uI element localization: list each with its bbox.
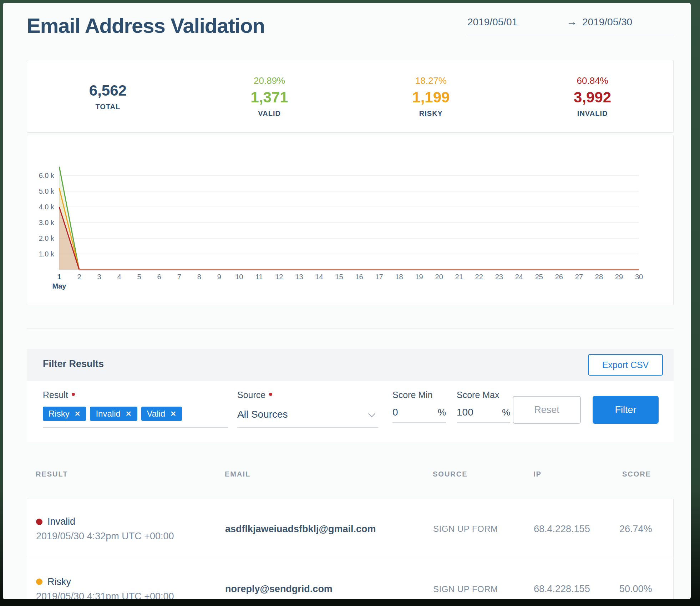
- svg-text:12: 12: [275, 273, 283, 281]
- stat-invalid-percent: 60.84%: [577, 75, 608, 86]
- chip-invalid[interactable]: Invalid ✕: [90, 407, 137, 421]
- svg-text:7: 7: [177, 273, 181, 281]
- reset-button[interactable]: Reset: [513, 396, 581, 424]
- source-dropdown-underline: [237, 427, 378, 428]
- svg-text:13: 13: [295, 273, 303, 281]
- chip-valid-label: Valid: [147, 409, 166, 419]
- svg-text:28: 28: [595, 273, 603, 281]
- chip-risky-remove-icon[interactable]: ✕: [75, 409, 81, 418]
- result-chip-list: Risky ✕ Invalid ✕ Valid ✕: [43, 407, 182, 421]
- row-ip: 68.4.228.155: [534, 584, 619, 595]
- score-min-input[interactable]: [392, 407, 428, 418]
- stat-valid: 20.89% 1,371 VALID: [189, 60, 350, 132]
- chip-risky-label: Risky: [49, 409, 70, 419]
- filter-button[interactable]: Filter: [593, 396, 659, 424]
- results-table-body: Invalid 2019/05/30 4:32pm UTC +00:00 asd…: [27, 499, 674, 599]
- svg-text:30: 30: [635, 273, 643, 281]
- date-to-input[interactable]: 2019/05/30: [582, 16, 632, 28]
- svg-text:22: 22: [475, 273, 483, 281]
- col-header-email: EMAIL: [225, 470, 433, 478]
- filter-section-title: Filter Results: [43, 358, 104, 370]
- chip-valid[interactable]: Valid ✕: [141, 407, 182, 421]
- row-result-text: Invalid: [47, 516, 75, 527]
- date-range-picker[interactable]: 2019/05/01 → 2019/05/30: [467, 16, 674, 35]
- app-frame: Email Address Validation 2019/05/01 → 20…: [3, 3, 691, 599]
- svg-text:11: 11: [255, 273, 263, 281]
- filter-controls: Result Risky ✕ Invalid ✕ Valid ✕ Source …: [27, 381, 674, 442]
- table-row: Risky 2019/05/30 4:31pm UTC +00:00 norep…: [27, 559, 673, 599]
- svg-text:4.0 k: 4.0 k: [39, 203, 55, 211]
- svg-text:10: 10: [235, 273, 243, 281]
- table-row: Invalid 2019/05/30 4:32pm UTC +00:00 asd…: [27, 499, 673, 559]
- chip-invalid-label: Invalid: [96, 409, 120, 419]
- svg-text:9: 9: [217, 273, 221, 281]
- svg-text:6: 6: [157, 273, 161, 281]
- stat-risky-percent: 18.27%: [415, 75, 447, 86]
- stat-risky-value: 1,199: [412, 89, 450, 106]
- source-dropdown-chevron-icon[interactable]: [368, 410, 375, 417]
- filter-results-header: Filter Results Export CSV: [27, 349, 674, 381]
- svg-text:2: 2: [77, 273, 81, 281]
- svg-text:26: 26: [555, 273, 563, 281]
- svg-text:23: 23: [495, 273, 503, 281]
- col-header-score: SCORE: [619, 470, 651, 478]
- score-max-group: %: [457, 407, 510, 423]
- svg-text:20: 20: [435, 273, 443, 281]
- stats-summary-card: 6,562 TOTAL 20.89% 1,371 VALID 18.27% 1,…: [27, 60, 674, 133]
- chip-invalid-remove-icon[interactable]: ✕: [126, 409, 132, 418]
- svg-text:5.0 k: 5.0 k: [39, 187, 55, 195]
- svg-text:2.0 k: 2.0 k: [39, 234, 55, 242]
- row-score: 50.00%: [619, 584, 652, 595]
- validation-timeseries-chart: 1.0 k2.0 k3.0 k4.0 k5.0 k6.0 k1234567891…: [27, 135, 674, 305]
- svg-text:1: 1: [57, 273, 61, 281]
- required-dot-icon: [72, 393, 75, 396]
- svg-text:17: 17: [375, 273, 383, 281]
- svg-text:3.0 k: 3.0 k: [39, 219, 55, 226]
- score-min-percent-sign: %: [438, 407, 446, 418]
- svg-text:18: 18: [395, 273, 403, 281]
- svg-text:16: 16: [355, 273, 363, 281]
- svg-text:27: 27: [575, 273, 583, 281]
- svg-text:4: 4: [117, 273, 121, 281]
- svg-text:1.0 k: 1.0 k: [39, 250, 55, 258]
- svg-text:24: 24: [515, 273, 523, 281]
- stat-invalid-value: 3,992: [574, 89, 611, 106]
- row-source: SIGN UP FORM: [433, 524, 534, 534]
- svg-text:21: 21: [455, 273, 463, 281]
- row-timestamp: 2019/05/30 4:32pm UTC +00:00: [36, 531, 225, 542]
- score-max-percent-sign: %: [502, 407, 510, 418]
- date-from-input[interactable]: 2019/05/01: [467, 16, 567, 28]
- status-dot-risky: [36, 579, 42, 585]
- stat-risky-label: RISKY: [419, 110, 443, 118]
- svg-text:14: 14: [315, 273, 323, 281]
- section-divider: [27, 328, 674, 329]
- chip-valid-remove-icon[interactable]: ✕: [170, 409, 176, 418]
- score-min-group: %: [392, 407, 446, 423]
- page-title: Email Address Validation: [27, 14, 265, 37]
- row-score: 26.74%: [619, 524, 652, 535]
- stat-total-value: 6,562: [89, 82, 127, 99]
- source-filter-label: Source: [237, 390, 272, 400]
- score-min-label: Score Min: [392, 390, 433, 400]
- stat-total: 6,562 TOTAL: [27, 60, 189, 132]
- row-timestamp: 2019/05/30 4:31pm UTC +00:00: [36, 591, 225, 600]
- export-csv-button[interactable]: Export CSV: [588, 354, 663, 376]
- svg-text:15: 15: [335, 273, 343, 281]
- result-filter-label: Result: [43, 390, 75, 400]
- svg-text:5: 5: [137, 273, 141, 281]
- source-dropdown[interactable]: All Sources: [237, 409, 288, 420]
- svg-text:29: 29: [615, 273, 623, 281]
- svg-text:19: 19: [415, 273, 423, 281]
- row-ip: 68.4.228.155: [534, 524, 619, 535]
- results-table-header: RESULT EMAIL SOURCE IP SCORE: [27, 470, 674, 478]
- chip-risky[interactable]: Risky ✕: [43, 407, 86, 421]
- svg-text:6.0 k: 6.0 k: [39, 172, 55, 179]
- required-dot-icon: [269, 393, 272, 396]
- row-result-text: Risky: [47, 576, 71, 587]
- arrow-right-icon: →: [567, 16, 577, 28]
- stat-valid-percent: 20.89%: [254, 75, 285, 86]
- stat-risky: 18.27% 1,199 RISKY: [350, 60, 512, 132]
- score-max-input[interactable]: [457, 407, 492, 418]
- svg-text:8: 8: [197, 273, 201, 281]
- result-dropdown-underline: [43, 427, 228, 428]
